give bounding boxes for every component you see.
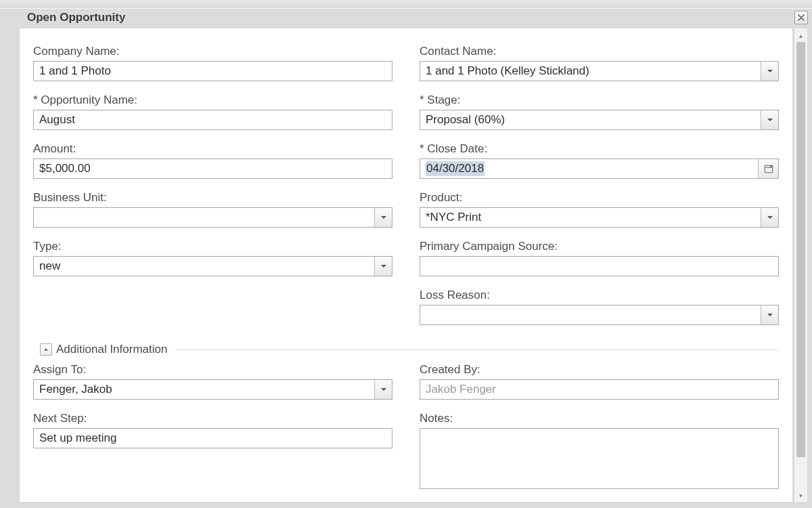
amount-value: $5,000.00 bbox=[39, 162, 91, 175]
section-header: Additional Information bbox=[33, 343, 779, 356]
loss-reason-value bbox=[426, 305, 761, 324]
assign-to-combo[interactable]: Fenger, Jakob bbox=[33, 379, 392, 400]
created-by-value: Jakob Fenger bbox=[426, 383, 496, 396]
svg-point-2 bbox=[770, 165, 772, 167]
company-name-label: Company Name: bbox=[33, 45, 392, 58]
type-combo[interactable]: new bbox=[33, 256, 392, 276]
stage-caret[interactable] bbox=[761, 110, 778, 129]
loss-reason-combo[interactable] bbox=[420, 305, 779, 325]
additional-information-section: Additional Information Assign To: Fenger… bbox=[33, 343, 779, 489]
opportunity-name-label: * Opportunity Name: bbox=[33, 93, 392, 107]
opportunity-dialog: Open Opportunity ▴ ▾ Company Name: 1 and… bbox=[0, 4, 812, 508]
scroll-down-button[interactable]: ▾ bbox=[794, 488, 807, 502]
type-label: Type: bbox=[33, 240, 392, 253]
chevron-down-icon bbox=[767, 214, 773, 221]
created-by-label: Created By: bbox=[420, 363, 779, 377]
scroll-up-button[interactable]: ▴ bbox=[794, 28, 807, 42]
product-label: Product: bbox=[420, 191, 779, 205]
section-title: Additional Information bbox=[56, 343, 167, 356]
chevron-down-icon bbox=[767, 68, 773, 75]
type-caret[interactable] bbox=[374, 257, 392, 276]
assign-to-value: Fenger, Jakob bbox=[39, 380, 374, 399]
amount-input[interactable]: $5,000.00 bbox=[33, 158, 392, 179]
next-step-label: Next Step: bbox=[33, 412, 392, 425]
chevron-down-icon bbox=[767, 312, 773, 318]
business-unit-combo[interactable] bbox=[33, 207, 392, 228]
close-date-value: 04/30/2018 bbox=[426, 159, 758, 178]
dialog-title: Open Opportunity bbox=[27, 11, 794, 24]
contact-name-label: Contact Name: bbox=[420, 45, 779, 58]
amount-label: Amount: bbox=[33, 142, 392, 156]
assign-to-label: Assign To: bbox=[33, 363, 392, 377]
stage-combo[interactable]: Proposal (60%) bbox=[420, 110, 779, 130]
stage-value: Proposal (60%) bbox=[426, 110, 761, 129]
close-date-label: * Close Date: bbox=[420, 142, 779, 156]
scroll-track[interactable] bbox=[794, 42, 807, 488]
scroll-thumb[interactable] bbox=[796, 42, 805, 457]
section-toggle-button[interactable] bbox=[40, 343, 52, 356]
product-combo[interactable]: *NYC Print bbox=[420, 207, 779, 228]
next-step-value: Set up meeting bbox=[39, 431, 116, 445]
form-content: Company Name: 1 and 1 Photo Contact Name… bbox=[20, 28, 792, 502]
contact-name-caret[interactable] bbox=[761, 62, 778, 81]
company-name-input[interactable]: 1 and 1 Photo bbox=[33, 61, 392, 81]
contact-name-combo[interactable]: 1 and 1 Photo (Kelley Stickland) bbox=[420, 61, 779, 81]
primary-campaign-source-label: Primary Campaign Source: bbox=[420, 240, 779, 253]
notes-textarea[interactable] bbox=[420, 428, 779, 489]
product-caret[interactable] bbox=[761, 208, 778, 227]
type-value: new bbox=[39, 257, 374, 276]
business-unit-label: Business Unit: bbox=[33, 191, 392, 205]
dialog-body: ▴ ▾ Company Name: 1 and 1 Photo Contact … bbox=[19, 28, 793, 503]
dialog-titlebar: Open Opportunity bbox=[0, 8, 812, 27]
opportunity-name-value: August bbox=[39, 113, 75, 127]
chevron-down-icon bbox=[380, 214, 387, 221]
close-date-input[interactable]: 04/30/2018 bbox=[420, 158, 779, 179]
close-button[interactable] bbox=[794, 11, 808, 24]
product-value: *NYC Print bbox=[426, 208, 761, 227]
business-unit-caret[interactable] bbox=[374, 208, 392, 227]
additional-info-grid: Assign To: Fenger, Jakob Created By: Jak… bbox=[33, 363, 779, 489]
close-icon bbox=[798, 14, 805, 21]
loss-reason-caret[interactable] bbox=[761, 305, 778, 324]
company-name-value: 1 and 1 Photo bbox=[39, 64, 111, 78]
loss-reason-label: Loss Reason: bbox=[420, 289, 779, 302]
primary-campaign-source-input[interactable] bbox=[420, 256, 779, 276]
main-form-grid: Company Name: 1 and 1 Photo Contact Name… bbox=[33, 45, 779, 325]
notes-label: Notes: bbox=[420, 412, 779, 425]
close-date-calendar-button[interactable] bbox=[758, 159, 778, 178]
chevron-down-icon bbox=[380, 263, 387, 270]
vertical-scrollbar[interactable]: ▴ ▾ bbox=[794, 28, 807, 502]
chevron-up-icon bbox=[43, 347, 49, 352]
assign-to-caret[interactable] bbox=[374, 380, 392, 399]
chevron-down-icon bbox=[380, 386, 387, 393]
created-by-input: Jakob Fenger bbox=[420, 379, 779, 400]
next-step-input[interactable]: Set up meeting bbox=[33, 428, 392, 448]
contact-name-value: 1 and 1 Photo (Kelley Stickland) bbox=[426, 62, 761, 81]
opportunity-name-input[interactable]: August bbox=[33, 110, 392, 130]
business-unit-value bbox=[39, 208, 374, 227]
chevron-down-icon bbox=[767, 117, 773, 123]
stage-label: * Stage: bbox=[420, 93, 779, 107]
calendar-icon bbox=[764, 164, 773, 173]
